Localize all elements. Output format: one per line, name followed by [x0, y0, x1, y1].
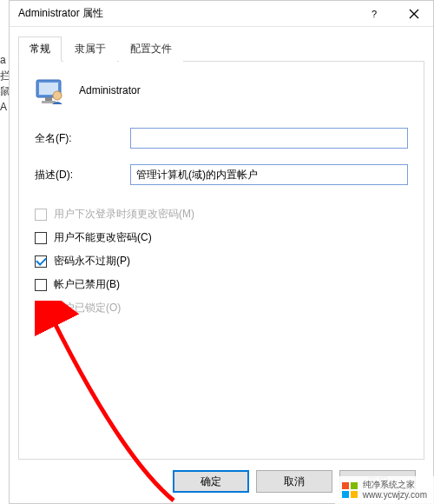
- checkbox-account-locked: 帐户已锁定(O): [35, 301, 408, 315]
- fullname-label: 全名(F):: [35, 131, 130, 146]
- description-input[interactable]: [130, 164, 408, 185]
- background-partial-text: a拦鼠A: [0, 52, 9, 115]
- ok-button[interactable]: 确定: [173, 470, 249, 493]
- checkbox-group: 用户下次登录时须更改密码(M) 用户不能更改密码(C) 密码永不过期(P) 帐户…: [35, 207, 408, 315]
- checkbox-label: 用户不能更改密码(C): [54, 230, 152, 245]
- help-button[interactable]: ?: [355, 1, 394, 26]
- watermark-text: 纯净系统之家 www.ycwjzy.com: [363, 480, 427, 501]
- checkbox-icon: [35, 279, 47, 291]
- titlebar: Administrator 属性 ?: [10, 1, 433, 27]
- svg-rect-6: [42, 101, 56, 103]
- checkbox-label: 密码永不过期(P): [54, 254, 130, 269]
- checkbox-account-disabled[interactable]: 帐户已禁用(B): [35, 277, 408, 292]
- watermark-line1: 纯净系统之家: [363, 480, 427, 490]
- window-title: Administrator 属性: [18, 6, 103, 21]
- svg-point-7: [53, 91, 62, 100]
- description-row: 描述(D):: [35, 164, 408, 185]
- cancel-button[interactable]: 取消: [256, 470, 332, 493]
- checkbox-icon: [35, 209, 47, 221]
- properties-dialog: Administrator 属性 ? 常规 隶属于 配置文件: [9, 0, 434, 504]
- user-icon: [35, 75, 66, 106]
- dialog-content: 常规 隶属于 配置文件 Administrator 全名(F):: [10, 27, 433, 503]
- checkbox-label: 帐户已锁定(O): [54, 301, 121, 315]
- checkbox-icon: [35, 255, 47, 268]
- checkbox-label: 用户下次登录时须更改密码(M): [54, 207, 194, 222]
- help-icon: ?: [370, 9, 380, 19]
- close-button[interactable]: [394, 1, 433, 26]
- checkbox-password-never-expires[interactable]: 密码永不过期(P): [35, 254, 408, 269]
- svg-rect-5: [45, 97, 52, 101]
- watermark: 纯净系统之家 www.ycwjzy.com: [335, 476, 434, 504]
- checkbox-must-change-password: 用户下次登录时须更改密码(M): [35, 207, 408, 222]
- tab-general[interactable]: 常规: [18, 36, 62, 62]
- description-label: 描述(D):: [35, 168, 130, 182]
- watermark-line2: www.ycwjzy.com: [363, 490, 427, 501]
- close-icon: [409, 9, 419, 19]
- svg-text:?: ?: [372, 9, 377, 19]
- tab-body-general: Administrator 全名(F): 描述(D): 用户下次登录时须更改密码…: [18, 62, 424, 460]
- checkbox-label: 帐户已禁用(B): [54, 277, 120, 292]
- user-name: Administrator: [79, 84, 141, 96]
- watermark-logo-icon: [342, 482, 358, 498]
- fullname-input[interactable]: [130, 128, 408, 149]
- checkbox-cannot-change-password[interactable]: 用户不能更改密码(C): [35, 230, 408, 245]
- tab-profile[interactable]: 配置文件: [119, 36, 183, 62]
- checkbox-icon: [35, 232, 47, 244]
- tab-member-of[interactable]: 隶属于: [63, 36, 117, 62]
- user-header: Administrator: [35, 75, 408, 106]
- tabs: 常规 隶属于 配置文件: [18, 36, 424, 62]
- checkbox-icon: [35, 302, 47, 315]
- fullname-row: 全名(F):: [35, 128, 408, 149]
- window-controls: ?: [355, 1, 433, 26]
